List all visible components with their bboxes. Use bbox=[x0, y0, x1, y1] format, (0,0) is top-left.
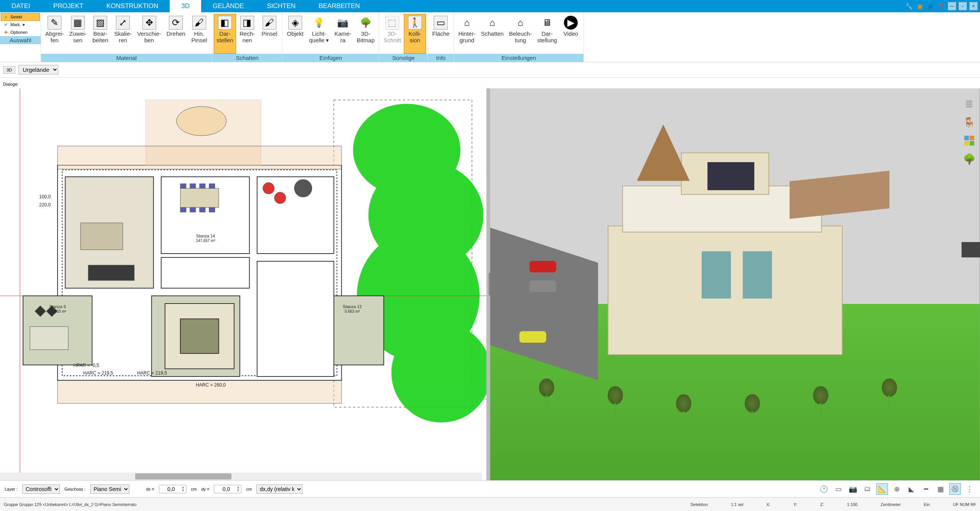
layer-label: Layer : bbox=[5, 487, 18, 491]
dy-input-wrapper: ▲▼ bbox=[214, 485, 241, 493]
right-side-tab[interactable] bbox=[962, 242, 980, 257]
dy-input[interactable] bbox=[216, 485, 236, 493]
bearbeiten-button[interactable]: ▨Bear-beiten bbox=[89, 14, 111, 54]
hscroll-2d[interactable] bbox=[0, 473, 482, 480]
chair-icon[interactable]: 🪑 bbox=[963, 116, 975, 128]
palette-icon[interactable] bbox=[963, 134, 975, 147]
mark-button[interactable]: ✔ Mark. ▾ bbox=[1, 21, 40, 28]
group-info-label: Info bbox=[428, 54, 454, 62]
verschieben-button[interactable]: ✥Verschie-ben bbox=[134, 14, 164, 54]
3d-bitmap-button[interactable]: 🌳3D-Bitmap bbox=[354, 14, 377, 54]
view-2d[interactable]: Stanza 14147,657 m² Stanza 519.803 m² St… bbox=[0, 88, 490, 480]
wrench-icon[interactable]: 🔧 bbox=[905, 2, 913, 10]
grid-icon[interactable]: ▦ bbox=[935, 483, 946, 495]
dy-spinner[interactable]: ▲▼ bbox=[236, 486, 240, 492]
view-3d[interactable] bbox=[490, 88, 980, 480]
dy-label: dy = bbox=[201, 487, 209, 491]
status-selektion: Selektion bbox=[691, 502, 708, 507]
rechnen-button[interactable]: ◨Rech-nen bbox=[236, 14, 258, 54]
optionen-button[interactable]: ✚ Optionen bbox=[1, 28, 40, 36]
selekt-button[interactable]: ➤ Selekt bbox=[1, 13, 40, 21]
snap-corner-icon[interactable]: ◣ bbox=[906, 483, 917, 495]
dx-spinner[interactable]: ▲▼ bbox=[182, 486, 185, 492]
car-yellow bbox=[519, 331, 546, 343]
geschoss-combo[interactable]: Piano Semi bbox=[90, 484, 129, 494]
house-light-icon: ⌂ bbox=[514, 16, 527, 30]
kollision-button[interactable]: 🚶Kolli-sion bbox=[404, 14, 426, 54]
3d-tag[interactable]: 3D bbox=[3, 66, 15, 74]
beleuchtung-button[interactable]: ⌂Beleuch-tung bbox=[506, 14, 534, 54]
snap-angle-icon[interactable]: 📐 bbox=[876, 483, 888, 495]
stack-icon[interactable]: 🗂 bbox=[862, 483, 873, 495]
minimize-button[interactable]: — bbox=[948, 2, 956, 10]
layer-combo[interactable]: Controsoffi bbox=[22, 484, 60, 494]
clock-icon[interactable]: 🕐 bbox=[818, 483, 830, 495]
snap-n-icon[interactable]: Ⓝ bbox=[949, 483, 961, 495]
help-icon[interactable]: ❓ bbox=[937, 2, 945, 10]
flaeche-button[interactable]: ▭Fläche bbox=[430, 14, 452, 54]
darstellung-button[interactable]: 🖥Dar-stellung bbox=[534, 14, 560, 54]
hintergrund-button[interactable]: ⌂Hinter-grund bbox=[456, 14, 478, 54]
menu-sichten[interactable]: SICHTEN bbox=[255, 0, 307, 12]
cursor-icon: ➤ bbox=[3, 14, 9, 20]
snap-point-icon[interactable]: ⊕ bbox=[891, 483, 902, 495]
lichtquelle-button[interactable]: 💡Licht-quelle ▾ bbox=[306, 14, 332, 54]
room-stanza14-label: Stanza 14147,657 m² bbox=[196, 233, 215, 243]
svg-rect-21 bbox=[180, 319, 219, 353]
terrain-combo[interactable]: Urgelände bbox=[18, 65, 58, 75]
house-shadow-icon: ⌂ bbox=[486, 16, 499, 30]
menu-bar: DATEI PROJEKT KONSTRUKTION 3D GELÄNDE SI… bbox=[0, 0, 980, 12]
layers-icon[interactable]: ≣ bbox=[963, 98, 975, 110]
abgreifen-button[interactable]: ✎Abgrei-fen bbox=[43, 14, 66, 54]
ribbon-group-schatten: ◧Dar-stellen ◨Rech-nen 🖌Pinsel Schatten bbox=[212, 12, 283, 62]
svg-rect-24 bbox=[88, 265, 134, 280]
dim-icon[interactable]: ▭ bbox=[833, 483, 844, 495]
coord-mode-combo[interactable]: dx,dy (relativ ka bbox=[256, 484, 302, 494]
menu-gelaende[interactable]: GELÄNDE bbox=[201, 0, 255, 12]
skalieren-button[interactable]: ⤢Skalie-ren bbox=[111, 14, 134, 54]
video-button[interactable]: ▶Video bbox=[560, 14, 582, 54]
hintergrund-pinsel-button[interactable]: 🖌Hin.Pinsel bbox=[188, 14, 210, 54]
3d-schnitt-button[interactable]: ⬚3D-Schnitt bbox=[381, 14, 404, 54]
menu-konstruktion[interactable]: KONSTRUKTION bbox=[95, 0, 170, 12]
dx-input[interactable] bbox=[161, 485, 182, 493]
menu-projekt[interactable]: PROJEKT bbox=[42, 0, 95, 12]
svg-rect-25 bbox=[180, 188, 219, 207]
group-schatten-label: Schatten bbox=[212, 54, 282, 62]
kamera-button[interactable]: 📷Kame-ra bbox=[332, 14, 354, 54]
group-auswahl-label: Auswahl bbox=[0, 36, 41, 44]
unit-cm-2: cm bbox=[246, 487, 252, 491]
restore-button[interactable]: ▫ bbox=[959, 2, 967, 10]
pinsel-button[interactable]: 🖌Pinsel bbox=[258, 14, 281, 54]
ribbon-group-einfuegen: ◈Objekt 💡Licht-quelle ▾ 📷Kame-ra 🌳3D-Bit… bbox=[283, 12, 379, 62]
brush2-icon: 🖌 bbox=[263, 16, 276, 30]
box-blue-icon[interactable]: ▣ bbox=[926, 2, 935, 10]
snap-edge-icon[interactable]: ━ bbox=[920, 483, 932, 495]
svg-rect-32 bbox=[200, 207, 205, 212]
status-ein: Ein bbox=[924, 502, 930, 507]
schatten-settings-button[interactable]: ⌂Schatten bbox=[478, 14, 506, 54]
tree-side-icon[interactable]: 🌳 bbox=[963, 153, 975, 165]
dx-input-wrapper: ▲▼ bbox=[159, 485, 187, 493]
room-stanza5-label: Stanza 519.803 m² bbox=[49, 304, 66, 314]
drehen-button[interactable]: ⟳Drehen bbox=[164, 14, 188, 54]
box-orange-icon[interactable]: ▣ bbox=[916, 2, 924, 10]
ribbon: ➤ Selekt ✔ Mark. ▾ ✚ Optionen Auswahl ✎A… bbox=[0, 12, 980, 62]
menu-datei[interactable]: DATEI bbox=[0, 0, 42, 12]
status-sel-ratio: 1:1 sel bbox=[731, 502, 743, 507]
more-icon[interactable]: ⋮ bbox=[964, 483, 975, 495]
house-model bbox=[578, 143, 872, 378]
objekt-button[interactable]: ◈Objekt bbox=[284, 14, 306, 54]
status-uf: UF bbox=[953, 502, 959, 507]
svg-rect-31 bbox=[190, 207, 196, 212]
dim-harc219-1: HARC = 219,5 bbox=[83, 370, 113, 376]
camera2-icon[interactable]: 📷 bbox=[847, 483, 859, 495]
menu-3d[interactable]: 3D bbox=[170, 0, 201, 12]
darstellen-button[interactable]: ◧Dar-stellen bbox=[214, 14, 236, 54]
group-einstellungen-label: Einstellungen bbox=[454, 54, 583, 62]
eyedropper-icon: ✎ bbox=[48, 16, 61, 30]
house-bg-icon: ⌂ bbox=[460, 16, 474, 30]
zuweisen-button[interactable]: ▦Zuwei-sen bbox=[66, 14, 89, 54]
menu-bearbeiten[interactable]: BEARBEITEN bbox=[307, 0, 372, 12]
close-button[interactable]: × bbox=[969, 2, 978, 10]
